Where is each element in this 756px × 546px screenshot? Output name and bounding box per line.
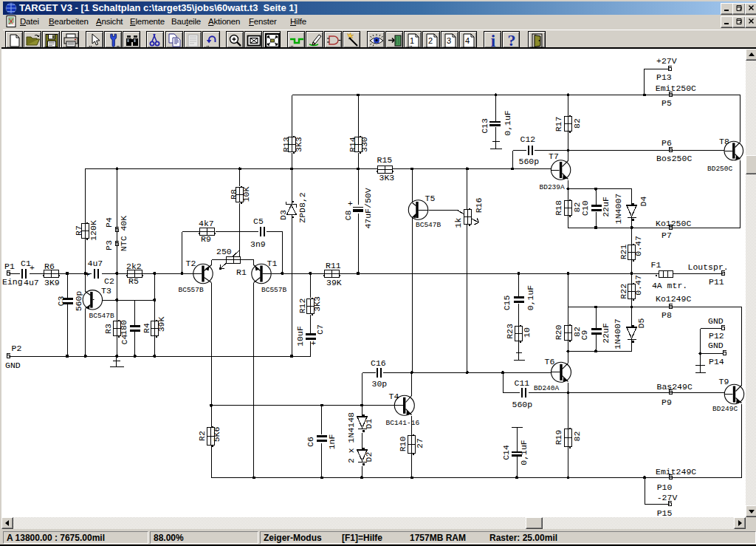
svg-text:P12: P12 <box>709 331 724 341</box>
svg-text:C7: C7 <box>315 324 325 335</box>
svg-text:+: + <box>311 338 316 348</box>
svg-text:P8: P8 <box>662 310 672 320</box>
svg-text:Eing: Eing <box>2 277 23 287</box>
svg-text:-27V: -27V <box>657 493 678 502</box>
svg-text:BC547B: BC547B <box>416 221 441 229</box>
svg-text:C5: C5 <box>253 216 264 226</box>
svg-text:i: i <box>491 33 496 49</box>
svg-text:82: 82 <box>572 118 582 129</box>
svg-text:10K: 10K <box>241 187 251 202</box>
svg-text:R14: R14 <box>348 137 357 152</box>
svg-text:C8: C8 <box>343 211 353 221</box>
svg-text:30p: 30p <box>372 379 388 389</box>
svg-text:4u7: 4u7 <box>24 278 39 287</box>
svg-text:P2: P2 <box>12 344 22 353</box>
svg-text:1k: 1k <box>453 218 463 228</box>
svg-text:R20: R20 <box>554 325 563 341</box>
svg-text:P1: P1 <box>4 262 15 271</box>
svg-text:R16: R16 <box>474 198 484 214</box>
svg-text:T1: T1 <box>267 259 278 268</box>
svg-text:T8: T8 <box>719 137 729 146</box>
svg-text:R15: R15 <box>377 155 393 165</box>
svg-text:BD239A: BD239A <box>540 183 566 191</box>
svg-text:5K6: 5K6 <box>212 427 221 443</box>
svg-text:GND: GND <box>708 316 724 326</box>
svg-text:0.47: 0.47 <box>633 275 643 296</box>
svg-text:?: ? <box>508 33 516 49</box>
svg-text:P15: P15 <box>657 508 673 517</box>
svg-text:180: 180 <box>119 320 128 335</box>
svg-text:P14: P14 <box>709 357 724 366</box>
svg-text:3: 3 <box>447 36 451 45</box>
svg-text:R13: R13 <box>281 137 291 152</box>
svg-text:4: 4 <box>465 36 470 45</box>
svg-text:BD249C: BD249C <box>712 405 738 413</box>
svg-text:3K3: 3K3 <box>312 296 322 312</box>
svg-text:C16: C16 <box>371 358 386 368</box>
svg-text:0,1uF: 0,1uF <box>503 110 512 136</box>
svg-text:120K: 120K <box>89 220 98 241</box>
svg-text:27: 27 <box>415 438 425 448</box>
svg-text:F1: F1 <box>651 260 662 270</box>
svg-text:P5: P5 <box>662 98 672 108</box>
svg-text:Bas249C: Bas249C <box>657 382 693 392</box>
svg-text:0,1uF: 0,1uF <box>526 285 535 311</box>
svg-text:D1: D1 <box>364 419 374 429</box>
svg-text:82: 82 <box>572 431 582 442</box>
svg-text:T7: T7 <box>549 151 559 161</box>
svg-text:R1: R1 <box>236 267 247 277</box>
svg-text:+: + <box>30 263 35 273</box>
svg-text:Ko1250C: Ko1250C <box>656 219 691 228</box>
svg-text:D5: D5 <box>636 318 646 329</box>
svg-text:1N4007: 1N4007 <box>613 318 622 349</box>
svg-text:P10: P10 <box>657 482 673 492</box>
svg-text:D3: D3 <box>278 210 288 220</box>
svg-text:2 x 1N4148: 2 x 1N4148 <box>346 412 356 463</box>
svg-text:R9: R9 <box>201 234 211 244</box>
svg-text:2k2: 2k2 <box>126 262 142 271</box>
svg-text:C3: C3 <box>56 296 66 307</box>
svg-text:R7: R7 <box>74 225 83 236</box>
svg-text:Emit250C: Emit250C <box>656 83 696 93</box>
svg-text:P3: P3 <box>104 240 114 250</box>
svg-text:10uF: 10uF <box>295 326 305 347</box>
svg-text:47uF/50V: 47uF/50V <box>363 188 373 228</box>
svg-text:4k7: 4k7 <box>199 219 214 228</box>
svg-text:22uF: 22uF <box>601 323 611 344</box>
svg-text:560p: 560p <box>74 291 83 312</box>
svg-text:D4: D4 <box>639 197 648 207</box>
svg-text:R12: R12 <box>298 298 307 314</box>
svg-text:P6: P6 <box>662 138 672 148</box>
svg-text:3K9: 3K9 <box>44 278 60 287</box>
svg-text:Loutspr.: Loutspr. <box>688 262 729 272</box>
svg-text:R18: R18 <box>554 200 563 216</box>
svg-text:NTC 40K: NTC 40K <box>119 216 128 251</box>
svg-text:Ko1249C: Ko1249C <box>656 294 691 304</box>
svg-text:P13: P13 <box>656 72 672 82</box>
svg-text:+27V: +27V <box>656 56 677 66</box>
svg-text:1nF: 1nF <box>327 434 337 450</box>
svg-text:T6: T6 <box>545 357 555 366</box>
svg-text:39K: 39K <box>157 317 166 332</box>
svg-text:P9: P9 <box>662 397 672 407</box>
svg-text:P7: P7 <box>662 231 672 240</box>
svg-text:22uF: 22uF <box>601 197 611 217</box>
svg-text:C6: C6 <box>306 437 315 447</box>
svg-text:560p: 560p <box>519 157 540 166</box>
svg-text:R6: R6 <box>44 262 55 271</box>
svg-text:BD240A: BD240A <box>534 384 560 392</box>
svg-text:P4: P4 <box>104 217 114 228</box>
svg-text:C13: C13 <box>480 118 489 134</box>
svg-text:T9: T9 <box>719 377 729 386</box>
svg-text:0.47: 0.47 <box>633 236 643 256</box>
svg-text:Emit249C: Emit249C <box>656 467 696 477</box>
svg-text:T4: T4 <box>389 392 399 401</box>
svg-text:+: + <box>348 199 353 208</box>
svg-text:BC557B: BC557B <box>179 286 205 294</box>
svg-text:R4: R4 <box>142 323 151 333</box>
svg-text:1: 1 <box>410 36 414 45</box>
svg-text:C14: C14 <box>501 445 511 460</box>
svg-text:BC141-16: BC141-16 <box>386 419 420 427</box>
svg-text:C15: C15 <box>502 296 512 311</box>
svg-text:R3: R3 <box>103 324 113 334</box>
